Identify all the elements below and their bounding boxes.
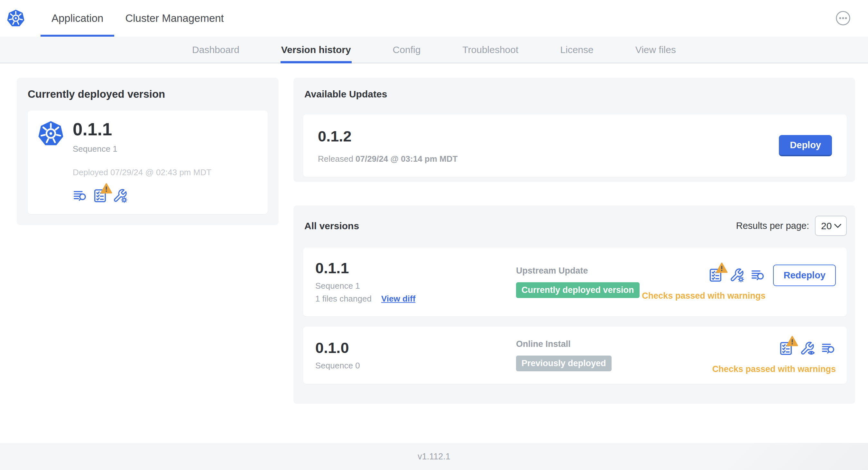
kubernetes-app-icon [37, 120, 64, 147]
checks-status: Checks passed with warnings [712, 364, 836, 374]
console-version: v1.112.1 [417, 452, 451, 462]
config-edit-icon[interactable] [729, 268, 744, 282]
tab-troubleshoot-label: Troubleshoot [462, 44, 518, 55]
chevron-down-icon [834, 224, 842, 229]
icons-row [708, 268, 765, 282]
view-diff-link[interactable]: View diff [381, 294, 415, 304]
preflight-checks-warning-icon[interactable] [708, 268, 723, 282]
results-per-page-select[interactable]: 20 [815, 216, 847, 236]
tab-license-label: License [560, 44, 593, 55]
available-update-card: 0.1.2 Released 07/29/24 @ 03:14 pm MDT D… [303, 114, 847, 177]
results-per-page: Results per page: 20 [736, 216, 847, 236]
release-notes-icon[interactable] [751, 268, 765, 282]
version-source: Upstream Update Currently deployed versi… [516, 266, 642, 298]
source-label: Online Install [516, 339, 712, 349]
icons-row [779, 341, 836, 356]
version-action-icons: Checks passed with warnings [712, 337, 836, 374]
app-header: Application Cluster Management [0, 0, 868, 37]
warning-triangle-icon [100, 183, 112, 194]
warning-triangle-icon [786, 336, 798, 346]
version-info: 0.1.0 Sequence 0 [315, 340, 516, 371]
version-actions: Checks passed with warnings Redeploy [642, 263, 836, 301]
version-row-0-1-0: 0.1.0 Sequence 0 Online Install Previous… [303, 327, 847, 384]
update-version-number: 0.1.2 [318, 127, 458, 145]
tab-view-files-label: View files [636, 44, 676, 55]
currently-deployed-card: 0.1.1 Sequence 1 Deployed 07/29/24 @ 02:… [28, 110, 268, 214]
released-date: 07/29/24 @ 03:14 pm MDT [355, 154, 458, 164]
currently-deployed-panel: Currently deployed version 0.1.1 Sequenc… [17, 78, 279, 225]
config-view-icon[interactable] [800, 341, 815, 356]
checks-status: Checks passed with warnings [642, 291, 765, 301]
files-changed-line: 1 files changed View diff [315, 294, 516, 304]
warning-triangle-icon [716, 262, 728, 273]
version-source: Online Install Previously deployed [516, 339, 712, 371]
version-action-icons: Checks passed with warnings [642, 263, 765, 301]
all-versions-panel: All versions Results per page: 20 0.1.1 … [293, 205, 855, 404]
right-column: Available Updates 0.1.2 Released 07/29/2… [293, 78, 855, 404]
tab-application[interactable]: Application [40, 0, 114, 37]
current-deployed-timestamp: Deployed 07/29/24 @ 02:43 pm MDT [73, 167, 211, 177]
current-version-number: 0.1.1 [73, 120, 211, 139]
tab-dashboard[interactable]: Dashboard [192, 37, 239, 63]
tab-license[interactable]: License [560, 37, 593, 63]
files-changed-text: 1 files changed [315, 294, 372, 304]
version-actions: Checks passed with warnings [712, 337, 836, 374]
tab-application-label: Application [52, 12, 103, 25]
tab-config[interactable]: Config [393, 37, 421, 63]
deploy-button[interactable]: Deploy [779, 135, 832, 156]
kubernetes-logo-icon [6, 9, 25, 28]
source-label: Upstream Update [516, 266, 642, 276]
preflight-checks-warning-icon[interactable] [93, 189, 107, 203]
version-rows: 0.1.1 Sequence 1 1 files changed View di… [303, 247, 847, 384]
ellipsis-icon[interactable] [836, 11, 850, 26]
update-details: 0.1.2 Released 07/29/24 @ 03:14 pm MDT [318, 127, 458, 164]
app-subnav: Dashboard Version history Config Trouble… [0, 37, 868, 63]
results-per-page-value: 20 [821, 221, 832, 231]
tab-dashboard-label: Dashboard [192, 44, 239, 55]
tab-cluster-management-label: Cluster Management [125, 12, 224, 25]
tab-cluster-management[interactable]: Cluster Management [114, 0, 235, 37]
version-sequence: Sequence 0 [315, 361, 516, 371]
header-tabs: Application Cluster Management [40, 0, 235, 37]
current-version-actions [73, 189, 211, 203]
status-badge: Previously deployed [516, 356, 612, 371]
version-row-0-1-1: 0.1.1 Sequence 1 1 files changed View di… [303, 247, 847, 316]
all-versions-header: All versions Results per page: 20 [304, 216, 847, 236]
update-released-line: Released 07/29/24 @ 03:14 pm MDT [318, 154, 458, 164]
available-updates-title: Available Updates [304, 89, 847, 100]
results-per-page-label: Results per page: [736, 221, 809, 231]
version-sequence: Sequence 1 [315, 281, 516, 291]
config-edit-icon[interactable] [113, 189, 127, 203]
version-number: 0.1.1 [315, 260, 516, 275]
currently-deployed-details: 0.1.1 Sequence 1 Deployed 07/29/24 @ 02:… [73, 120, 211, 203]
version-number: 0.1.0 [315, 340, 516, 355]
current-sequence: Sequence 1 [73, 144, 211, 154]
available-updates-panel: Available Updates 0.1.2 Released 07/29/2… [293, 78, 855, 182]
tab-version-history[interactable]: Version history [281, 37, 351, 63]
release-notes-icon[interactable] [73, 189, 88, 203]
app-footer: v1.112.1 [0, 443, 868, 470]
main-content: Currently deployed version 0.1.1 Sequenc… [0, 63, 868, 404]
tab-view-files[interactable]: View files [636, 37, 676, 63]
release-notes-icon[interactable] [821, 341, 836, 356]
tab-troubleshoot[interactable]: Troubleshoot [462, 37, 518, 63]
released-prefix: Released [318, 154, 353, 164]
all-versions-title: All versions [304, 221, 359, 231]
tab-config-label: Config [393, 44, 421, 55]
preflight-checks-warning-icon[interactable] [779, 341, 793, 356]
currently-deployed-title: Currently deployed version [28, 88, 268, 100]
version-info: 0.1.1 Sequence 1 1 files changed View di… [315, 260, 516, 304]
status-badge: Currently deployed version [516, 282, 640, 298]
redeploy-button[interactable]: Redeploy [773, 265, 836, 286]
tab-version-history-label: Version history [281, 44, 351, 55]
